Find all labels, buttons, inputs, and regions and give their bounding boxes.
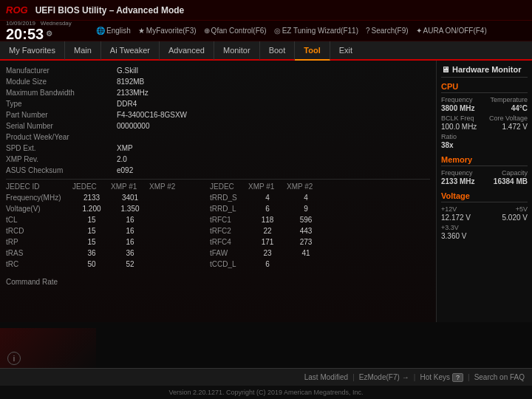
hot-keys-button[interactable]: Hot Keys ? — [420, 373, 463, 382]
info-row-modulesize: Module Size 8192MB — [6, 76, 430, 87]
info-row-manufacturer: Manufacturer G.Skill — [6, 65, 430, 76]
ez-mode-button[interactable]: EzMode(F7) → — [359, 373, 409, 381]
info-value: 00000000 — [117, 122, 150, 130]
v12-label: +12V — [441, 205, 457, 213]
v5-label: +5V — [516, 205, 528, 213]
top-menu-bar: 🌐 English ★ MyFavorite(F3) ⊕ Qfan Contro… — [96, 27, 487, 35]
cpu-freq-value: 3800 MHz — [441, 104, 475, 112]
nav-bar: My Favorites Main Ai Tweaker Advanced Mo… — [0, 41, 532, 61]
core-volt-label: Core Voltage — [489, 115, 528, 122]
info-label: Type — [6, 100, 117, 108]
cpu-freq-temp-labels: Frequency Temperature — [441, 96, 528, 103]
main-content: Manufacturer G.Skill Module Size 8192MB … — [0, 61, 532, 322]
gear-icon[interactable]: ⚙ — [46, 30, 52, 38]
jedec-col-xmp1b: XMP #1 — [248, 183, 287, 191]
volt-33-label: +3.3V — [441, 224, 528, 231]
search-menu[interactable]: ? Search(F9) — [366, 27, 409, 35]
bclk-label: BCLK Freq — [441, 115, 474, 122]
bg-decoration — [0, 328, 96, 372]
voltage-section-title: Voltage — [441, 191, 528, 202]
info-label: Serial Number — [6, 122, 117, 130]
info-icon: i — [13, 354, 15, 363]
cpu-ratio-value: 38x — [441, 141, 528, 149]
search-faq-button[interactable]: Search on FAQ — [474, 373, 525, 381]
jedec-row-voltage: Voltage(V) 1.200 1.350 tRRD_L 6 9 — [6, 203, 430, 214]
info-row-spdext: SPD Ext. XMP — [6, 143, 430, 154]
volt-33-value: 3.360 V — [441, 232, 528, 240]
bclk-value: 100.0 MHz — [441, 123, 477, 131]
nav-item-exit[interactable]: Exit — [330, 41, 361, 60]
memory-section: Memory Frequency Capacity 2133 MHz 16384… — [441, 155, 528, 185]
bios-title: UEFI BIOS Utility – Advanced Mode — [35, 5, 185, 16]
info-label: Module Size — [6, 78, 117, 86]
volt-12-5-values: 12.172 V 5.020 V — [441, 214, 528, 222]
cpu-freq-temp-values: 3800 MHz 44°C — [441, 104, 528, 112]
voltage-section: Voltage +12V +5V 12.172 V 5.020 V +3.3V … — [441, 191, 528, 240]
jedec-header-row: JEDEC ID JEDEC XMP #1 XMP #2 JEDEC XMP #… — [6, 183, 430, 191]
bottom-sep3: | — [468, 373, 470, 381]
info-row-prodweek: Product Week/Year — [6, 132, 430, 143]
nav-item-advanced[interactable]: Advanced — [160, 41, 214, 60]
info-icon-button[interactable]: i — [7, 352, 21, 365]
core-volt-value: 1.472 V — [502, 123, 528, 131]
info-row-type: Type DDR4 — [6, 98, 430, 109]
v5-value: 5.020 V — [502, 214, 528, 222]
ez-tuning-menu[interactable]: ◎ EZ Tuning Wizard(F11) — [274, 27, 358, 35]
star-icon: ★ — [138, 27, 145, 35]
myfavorites-menu[interactable]: ★ MyFavorite(F3) — [138, 27, 197, 35]
jedec-row-tras: tRAS 36 36 tFAW 23 41 — [6, 248, 430, 259]
bottom-bar: Last Modified | EzMode(F7) → | Hot Keys … — [0, 368, 532, 386]
left-panel: Manufacturer G.Skill Module Size 8192MB … — [0, 61, 436, 322]
info-value: G.Skill — [117, 66, 138, 75]
search-icon: ? — [366, 27, 370, 35]
nav-item-monitor[interactable]: Monitor — [214, 41, 260, 60]
mem-freq-label: Frequency — [441, 169, 473, 177]
cpu-bclk-corevolt-labels: BCLK Freq Core Voltage — [441, 115, 528, 122]
qfan-menu[interactable]: ⊕ Qfan Control(F6) — [204, 27, 267, 35]
command-rate-row: Command Rate — [6, 276, 430, 287]
cpu-section: CPU Frequency Temperature 3800 MHz 44°C … — [441, 82, 528, 149]
rog-logo: ROG — [6, 4, 28, 16]
cpu-temp-value: 44°C — [511, 104, 528, 112]
jedec-row-trcd: tRCD 15 16 tRFC2 22 443 — [6, 225, 430, 236]
jedec-row-tcl: tCL 15 16 tRFC1 118 596 — [6, 214, 430, 225]
info-value: 2133MHz — [117, 89, 149, 97]
hot-key-badge: ? — [452, 373, 463, 382]
info-value: 8192MB — [117, 78, 144, 86]
nav-item-aitweaker[interactable]: Ai Tweaker — [101, 41, 160, 60]
bottom-sep2: | — [414, 373, 416, 381]
language-icon: 🌐 — [96, 27, 105, 35]
info-value: F4-3400C16-8GSXW — [117, 111, 187, 119]
hw-monitor-title: 🖥 Hardware Monitor — [441, 65, 528, 78]
info-value: DDR4 — [117, 100, 137, 108]
info-label: Part Number — [6, 111, 117, 119]
info-label: ASUS Checksum — [6, 166, 117, 174]
cpu-ratio-label: Ratio — [441, 133, 528, 140]
command-rate-label: Command Rate — [6, 278, 117, 286]
version-bar: Version 2.20.1271. Copyright (C) 2019 Am… — [0, 386, 532, 399]
language-menu[interactable]: 🌐 English — [96, 27, 131, 35]
jedec-col-xmp2: XMP #2 — [149, 183, 188, 191]
nav-item-main[interactable]: Main — [65, 41, 101, 60]
nav-item-myfavorites[interactable]: My Favorites — [0, 41, 65, 60]
mem-freq-cap-values: 2133 MHz 16384 MB — [441, 177, 528, 185]
info-value: 2.0 — [117, 155, 127, 163]
jedec-col-id: JEDEC ID — [6, 183, 72, 191]
cpu-temp-label: Temperature — [490, 96, 528, 103]
jedec-col-jedec1: JEDEC — [72, 183, 111, 191]
info-label: Maximum Bandwidth — [6, 89, 117, 97]
cpu-freq-label: Frequency — [441, 96, 473, 103]
fan-icon: ⊕ — [204, 27, 210, 35]
info-row-bandwidth: Maximum Bandwidth 2133MHz — [6, 87, 430, 98]
v12-value: 12.172 V — [441, 214, 471, 222]
jedec-col-jedec2: JEDEC — [210, 183, 248, 191]
aura-menu[interactable]: ✦ AURA ON/OFF(F4) — [416, 27, 487, 35]
nav-item-tool[interactable]: Tool — [295, 41, 330, 61]
nav-item-boot[interactable]: Boot — [260, 41, 296, 60]
memory-section-title: Memory — [441, 155, 528, 166]
info-label: SPD Ext. — [6, 144, 117, 152]
time-line: 20:53 ⚙ — [6, 27, 95, 41]
mem-freq-value: 2133 MHz — [441, 177, 475, 185]
datetime-block: 10/09/2019 Wednesday 20:53 ⚙ — [6, 21, 95, 41]
volt-12-5-labels: +12V +5V — [441, 205, 528, 213]
